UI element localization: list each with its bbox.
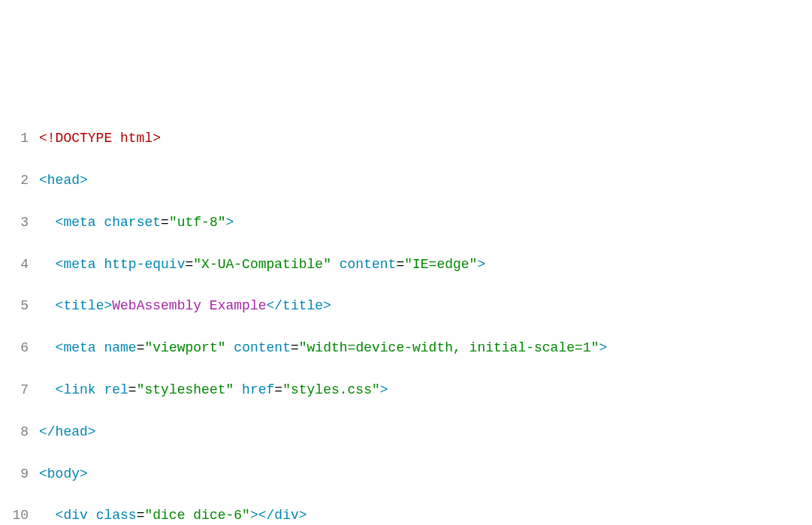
line-number: 3 (0, 213, 39, 234)
line-number: 9 (0, 464, 39, 485)
code-line: 8</head> (0, 422, 812, 443)
code-editor[interactable]: 1<!DOCTYPE html> 2<head> 3 <meta charset… (0, 87, 812, 525)
code-line: 6 <meta name="viewport" content="width=d… (0, 338, 812, 359)
code-content: <body> (39, 464, 812, 485)
line-number: 8 (0, 422, 39, 443)
code-line: 5 <title>WebAssembly Example</title> (0, 296, 812, 317)
code-line: 1<!DOCTYPE html> (0, 128, 812, 149)
code-content: <link rel="stylesheet" href="styles.css"… (39, 380, 812, 401)
line-number: 10 (0, 505, 39, 525)
code-content: <div class="dice dice-6"></div> (39, 505, 812, 525)
code-content: <!DOCTYPE html> (39, 128, 812, 149)
code-content: <title>WebAssembly Example</title> (39, 296, 812, 317)
code-line: 7 <link rel="stylesheet" href="styles.cs… (0, 380, 812, 401)
code-line: 9<body> (0, 464, 812, 485)
code-content: </head> (39, 422, 812, 443)
line-number: 5 (0, 296, 39, 317)
code-content: <meta name="viewport" content="width=dev… (39, 338, 812, 359)
code-content: <meta http-equiv="X-UA-Compatible" conte… (39, 255, 812, 276)
line-number: 6 (0, 338, 39, 359)
code-content: <head> (39, 170, 812, 192)
line-number: 7 (0, 380, 39, 401)
code-line: 4 <meta http-equiv="X-UA-Compatible" con… (0, 255, 812, 276)
line-number: 2 (0, 170, 39, 192)
code-line: 3 <meta charset="utf-8"> (0, 213, 812, 234)
code-line: 2<head> (0, 170, 812, 192)
code-line: 10 <div class="dice dice-6"></div> (0, 505, 812, 525)
line-number: 4 (0, 255, 39, 276)
line-number: 1 (0, 128, 39, 149)
code-content: <meta charset="utf-8"> (39, 213, 812, 234)
